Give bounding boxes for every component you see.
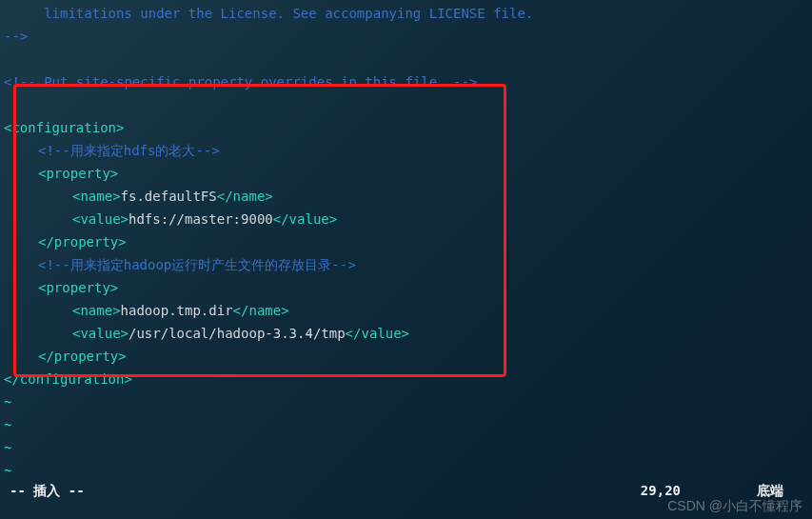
code-line: <value>/usr/local/hadoop-3.3.4/tmp</valu… <box>4 322 812 345</box>
code-line: </configuration> <box>4 368 812 390</box>
code-line: <name>hadoop.tmp.dir</name> <box>4 299 812 322</box>
code-line: <property> <box>4 162 812 185</box>
vim-editor[interactable]: limitations under the License. See accom… <box>0 0 812 482</box>
code-line: </property> <box>4 345 812 368</box>
empty-line-marker: ~ <box>4 459 812 482</box>
code-line: <name>fs.defaultFS</name> <box>4 185 812 208</box>
code-line: <configuration> <box>4 116 812 139</box>
empty-line-marker: ~ <box>4 413 812 436</box>
code-line: <!--用来指定hadoop运行时产生文件的存放目录--> <box>4 253 812 276</box>
watermark: CSDN @小白不懂程序 <box>667 498 802 515</box>
vim-mode: -- 插入 -- <box>10 483 85 500</box>
code-line: limitations under the License. See accom… <box>4 2 812 25</box>
code-line: </property> <box>4 230 812 253</box>
code-line: <!-- Put site-specific property override… <box>4 70 812 93</box>
empty-line-marker: ~ <box>4 390 812 413</box>
code-line: <property> <box>4 276 812 299</box>
blank-line <box>4 93 812 116</box>
empty-line-marker: ~ <box>4 436 812 459</box>
code-line: <!--用来指定hdfs的老大--> <box>4 139 812 162</box>
code-line: --> <box>4 25 812 48</box>
code-line: <value>hdfs://master:9000</value> <box>4 208 812 230</box>
blank-line <box>4 48 812 70</box>
